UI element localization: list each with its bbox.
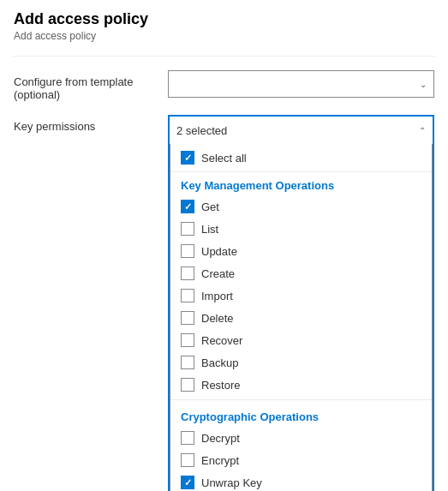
create-checkbox[interactable]: [181, 266, 194, 280]
restore-checkbox[interactable]: [181, 378, 194, 392]
import-label: Import: [201, 290, 233, 302]
encrypt-checkbox[interactable]: [181, 453, 194, 467]
import-checkbox[interactable]: [181, 289, 194, 302]
backup-checkbox[interactable]: [181, 356, 194, 369]
decrypt-checkbox[interactable]: [181, 431, 194, 445]
title-divider: [14, 56, 434, 57]
key-permissions-list: Select all Key Management Operations Get…: [170, 144, 433, 491]
checkbox-import[interactable]: Import: [170, 284, 432, 307]
recover-label: Recover: [201, 334, 242, 347]
backup-label: Backup: [201, 356, 238, 369]
cryptographic-header: Cryptographic Operations: [170, 404, 432, 427]
unwrap-key-checkbox[interactable]: [181, 476, 194, 489]
configure-row: Configure from template (optional) ⌄: [14, 70, 434, 101]
encrypt-label: Encrypt: [201, 454, 239, 467]
update-label: Update: [201, 245, 237, 258]
checkbox-recover[interactable]: Recover: [170, 329, 432, 351]
crypto-divider: [170, 399, 432, 400]
key-permissions-value: 2 selected: [176, 124, 227, 137]
configure-label: Configure from template (optional): [14, 70, 168, 101]
checkbox-restore[interactable]: Restore: [170, 374, 432, 396]
configure-control: ⌄: [168, 70, 434, 98]
key-permissions-dropdown[interactable]: 2 selected ⌃ Select all Key Management O…: [168, 115, 434, 491]
select-all-row[interactable]: Select all: [170, 144, 432, 172]
key-management-header: Key Management Operations: [170, 172, 432, 195]
checkbox-create[interactable]: Create: [170, 262, 432, 284]
unwrap-key-label: Unwrap Key: [201, 476, 262, 489]
delete-checkbox[interactable]: [181, 311, 194, 325]
page-title: Add access policy: [14, 10, 434, 28]
configure-dropdown[interactable]: ⌄: [168, 70, 434, 98]
checkbox-unwrap-key[interactable]: Unwrap Key: [170, 471, 432, 491]
get-checkbox[interactable]: [181, 200, 194, 213]
get-label: Get: [201, 201, 219, 213]
delete-label: Delete: [201, 312, 234, 325]
update-checkbox[interactable]: [181, 244, 194, 258]
page-subtitle: Add access policy: [14, 30, 434, 42]
key-permissions-chevron-up-icon: ⌃: [419, 126, 426, 135]
list-checkbox[interactable]: [181, 222, 194, 236]
checkbox-backup[interactable]: Backup: [170, 351, 432, 374]
restore-label: Restore: [201, 379, 241, 392]
checkbox-decrypt[interactable]: Decrypt: [170, 427, 432, 449]
checkbox-get[interactable]: Get: [170, 195, 432, 218]
key-permissions-row: Key permissions 2 selected ⌃ Select all …: [14, 115, 434, 491]
list-label: List: [201, 223, 218, 236]
decrypt-label: Decrypt: [201, 432, 240, 445]
key-permissions-control: 2 selected ⌃ Select all Key Management O…: [168, 115, 434, 491]
create-label: Create: [201, 267, 235, 280]
configure-chevron-down-icon: ⌄: [420, 80, 427, 89]
checkbox-update[interactable]: Update: [170, 240, 432, 262]
checkbox-encrypt[interactable]: Encrypt: [170, 449, 432, 471]
select-all-label: Select all: [201, 152, 247, 165]
page-container: Add access policy Add access policy Conf…: [0, 0, 448, 491]
checkbox-list[interactable]: List: [170, 218, 432, 240]
key-permissions-dropdown-header[interactable]: 2 selected ⌃: [170, 117, 433, 144]
select-all-checkbox[interactable]: [181, 151, 194, 165]
checkbox-delete[interactable]: Delete: [170, 307, 432, 329]
key-permissions-label: Key permissions: [14, 115, 168, 133]
recover-checkbox[interactable]: [181, 333, 194, 347]
